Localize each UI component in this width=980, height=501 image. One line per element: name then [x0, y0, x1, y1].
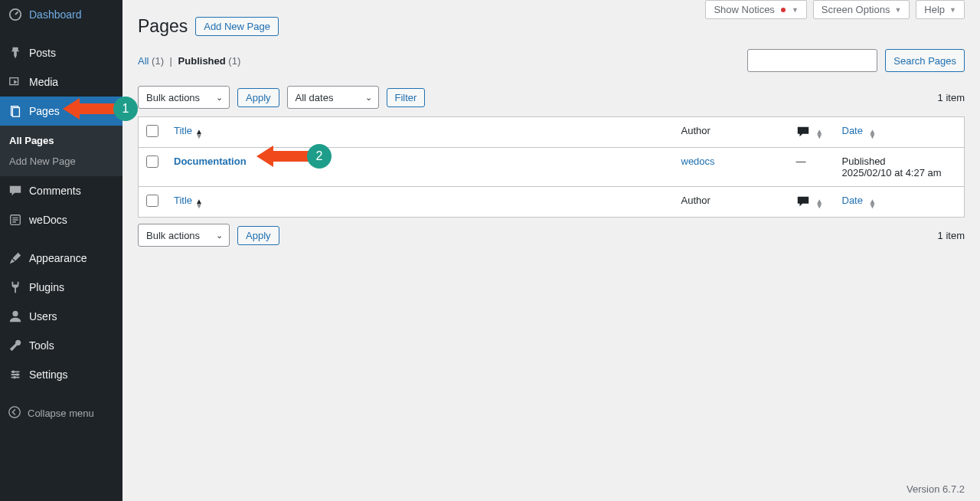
sidebar-label: Settings	[29, 368, 68, 381]
select-all-checkbox-top[interactable]	[146, 125, 158, 137]
comments-column-icon[interactable]	[796, 195, 810, 206]
sidebar-label: Comments	[29, 185, 81, 197]
sidebar-label: Posts	[29, 47, 56, 59]
view-published-label: Published	[178, 55, 226, 67]
sidebar-label: Dashboard	[29, 8, 82, 21]
sort-indicator-icon: ▲▼	[815, 199, 823, 208]
select-all-checkbox-bottom[interactable]	[146, 195, 158, 207]
admin-sidebar: Dashboard Posts Media Pages All Pages Ad…	[0, 0, 122, 501]
row-date: Published 2025/02/10 at 4:27 am	[835, 148, 965, 187]
pin-icon	[8, 45, 23, 61]
add-new-page-button[interactable]: Add New Page	[195, 17, 279, 36]
sort-indicator-icon: ▲▼	[869, 129, 877, 139]
sidebar-item-wedocs[interactable]: weDocs	[0, 205, 122, 234]
sidebar-item-plugins[interactable]: Plugins	[0, 273, 122, 302]
items-count-top: 1 item	[938, 92, 965, 103]
row-title-link[interactable]: Documentation	[174, 156, 247, 167]
wp-version: Version 6.7.2	[906, 483, 965, 495]
page-title: Pages	[138, 16, 188, 37]
sidebar-item-dashboard[interactable]: Dashboard	[0, 0, 122, 29]
collapse-icon	[8, 405, 21, 421]
svg-point-8	[13, 376, 16, 379]
submenu-item-add-new-page[interactable]: Add New Page	[0, 151, 122, 172]
screen-options-button[interactable]: Screen Options ▼	[813, 0, 910, 19]
column-author-bottom: Author	[674, 187, 789, 218]
sort-indicator-icon: ▲▼	[195, 129, 203, 139]
pages-table: Title▲▼ Author ▲▼ Date ▲▼ Documentation …	[138, 116, 965, 218]
help-button[interactable]: Help ▼	[916, 0, 965, 19]
column-title-sort[interactable]: Title	[174, 125, 192, 136]
sidebar-label: Media	[29, 76, 58, 88]
svg-point-5	[12, 311, 18, 316]
chevron-down-icon: ▼	[894, 6, 901, 14]
screen-options-label: Screen Options	[822, 4, 890, 15]
sidebar-item-users[interactable]: Users	[0, 302, 122, 331]
sidebar-label: Tools	[29, 339, 54, 352]
list-views: All (1) | Published (1)	[138, 55, 240, 67]
sort-indicator-icon: ▲▼	[815, 129, 823, 139]
sidebar-item-comments[interactable]: Comments	[0, 176, 122, 205]
sidebar-item-settings[interactable]: Settings	[0, 360, 122, 389]
column-title-sort-bottom[interactable]: Title	[174, 195, 192, 206]
row-comments: —	[789, 148, 835, 187]
chevron-down-icon: ▼	[949, 6, 956, 14]
main-content: Show Notices ▼ Screen Options ▼ Help ▼ P…	[122, 0, 980, 501]
comment-icon	[8, 183, 23, 198]
media-icon	[8, 74, 23, 90]
brush-icon	[8, 250, 23, 266]
view-all-count: (1)	[152, 55, 164, 67]
view-all-link[interactable]: All	[138, 55, 149, 67]
wedocs-icon	[8, 212, 23, 228]
apply-button-top[interactable]: Apply	[237, 88, 279, 107]
search-pages-button[interactable]: Search Pages	[885, 49, 965, 72]
sidebar-label: weDocs	[29, 214, 67, 226]
submenu-item-all-pages[interactable]: All Pages	[0, 130, 122, 151]
settings-icon	[8, 367, 23, 382]
wrench-icon	[8, 338, 23, 353]
user-icon	[8, 309, 23, 324]
collapse-menu[interactable]: Collapse menu	[0, 398, 122, 428]
pages-icon	[8, 103, 23, 119]
sidebar-item-tools[interactable]: Tools	[0, 331, 122, 360]
column-date-sort[interactable]: Date	[842, 125, 863, 136]
sidebar-item-media[interactable]: Media	[0, 67, 122, 97]
sidebar-item-posts[interactable]: Posts	[0, 38, 122, 67]
show-notices-label: Show Notices	[714, 4, 774, 15]
chevron-down-icon: ⌄	[216, 231, 223, 241]
sidebar-item-pages[interactable]: Pages	[0, 97, 122, 126]
chevron-down-icon: ▼	[792, 6, 799, 14]
notice-indicator-icon	[781, 8, 786, 12]
chevron-down-icon: ⌄	[216, 93, 223, 103]
collapse-label: Collapse menu	[28, 408, 94, 419]
sort-indicator-icon: ▲▼	[195, 199, 203, 208]
filter-button[interactable]: Filter	[387, 88, 426, 107]
bulk-actions-select-bottom[interactable]: Bulk actions ⌄	[138, 224, 230, 247]
sidebar-item-appearance[interactable]: Appearance	[0, 244, 122, 273]
sidebar-submenu-pages: All Pages Add New Page	[0, 126, 122, 176]
column-author: Author	[674, 117, 789, 148]
svg-rect-3	[12, 108, 19, 117]
sidebar-label: Appearance	[29, 252, 87, 264]
show-notices-button[interactable]: Show Notices ▼	[705, 0, 806, 19]
sidebar-label: Plugins	[29, 281, 64, 293]
bulk-actions-select[interactable]: Bulk actions ⌄	[138, 86, 230, 109]
apply-button-bottom[interactable]: Apply	[237, 226, 279, 245]
items-count-bottom: 1 item	[938, 230, 965, 241]
svg-point-9	[9, 407, 20, 418]
svg-point-7	[16, 373, 19, 376]
svg-point-6	[12, 371, 15, 374]
view-published-count: (1)	[228, 55, 240, 67]
row-checkbox[interactable]	[146, 156, 158, 168]
sidebar-label: Users	[29, 310, 57, 323]
column-date-sort-bottom[interactable]: Date	[842, 195, 863, 206]
sort-indicator-icon: ▲▼	[869, 199, 877, 208]
date-filter-select[interactable]: All dates ⌄	[287, 86, 379, 109]
row-author-link[interactable]: wedocs	[681, 156, 715, 167]
search-input[interactable]	[747, 49, 877, 72]
comments-column-icon[interactable]	[796, 125, 810, 136]
table-row: Documentation wedocs — Published 2025/02…	[139, 148, 965, 187]
plug-icon	[8, 280, 23, 295]
help-label: Help	[924, 4, 945, 15]
chevron-down-icon: ⌄	[365, 93, 372, 103]
sidebar-label: Pages	[29, 105, 60, 117]
